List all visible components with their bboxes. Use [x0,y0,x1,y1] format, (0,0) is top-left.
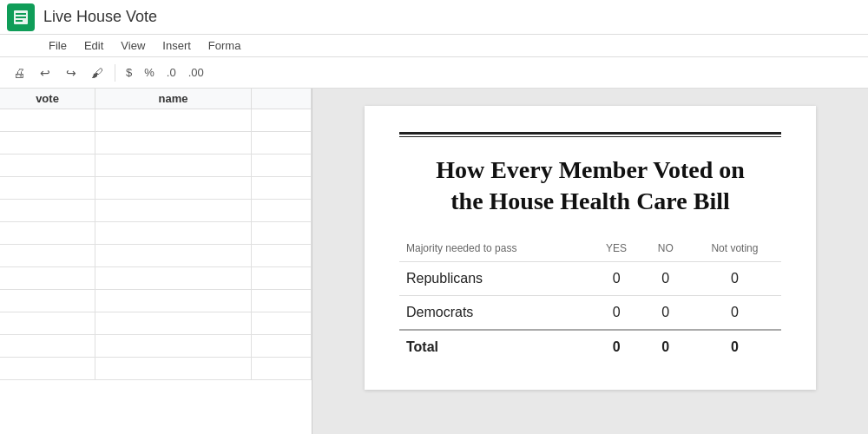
table-row [0,312,312,335]
article-top-border [399,132,781,137]
menu-file[interactable]: File [42,37,74,54]
democrats-yes: 0 [590,295,643,330]
menu-view[interactable]: View [114,37,152,54]
total-no: 0 [643,330,688,364]
table-row [0,245,312,267]
table-row [0,200,312,222]
democrats-no: 0 [643,295,688,330]
vote-table: Majority needed to pass YES NO Not votin… [399,239,781,364]
table-row [0,358,312,380]
preview-panel: How Every Member Voted on the House Heal… [312,89,868,434]
table-row [0,109,312,132]
majority-label: Majority needed to pass [399,239,590,262]
article-card: How Every Member Voted on the House Heal… [365,106,816,390]
table-row [0,290,312,312]
sheets-logo [7,3,35,31]
table-row [0,267,312,290]
republicans-not-voting: 0 [688,261,781,295]
total-yes: 0 [590,330,643,364]
republicans-no: 0 [643,261,688,295]
print-button[interactable]: 🖨 [7,61,31,85]
toolbar: 🖨 ↩ ↪ 🖌 $ % .0 .00 [0,57,868,89]
undo-button[interactable]: ↩ [33,61,57,85]
col-header-name: name [95,89,252,108]
table-row [0,132,312,155]
col-header-extra [252,89,312,108]
paint-format-button[interactable]: 🖌 [85,61,109,85]
toolbar-separator-1 [115,64,115,82]
not-voting-col-header: Not voting [688,239,781,262]
democrats-label: Democrats [399,295,590,330]
redo-button[interactable]: ↪ [59,61,83,85]
table-row [0,155,312,177]
doc-title: Live House Vote [43,8,157,26]
total-label: Total [399,330,590,364]
svg-rect-3 [16,20,23,22]
sheet-body [0,109,312,434]
republicans-row: Republicans 0 0 0 [399,261,781,295]
table-row [0,335,312,358]
article-title: How Every Member Voted on the House Heal… [399,155,781,218]
spreadsheet-panel: vote name [0,89,312,434]
decimal-more-button[interactable]: .00 [183,64,209,81]
menu-format[interactable]: Forma [201,37,248,54]
table-row [0,177,312,200]
menu-insert[interactable]: Insert [155,37,198,54]
republicans-label: Republicans [399,261,590,295]
svg-rect-2 [16,16,26,18]
main-area: vote name [0,89,868,434]
decimal-less-button[interactable]: .0 [161,64,181,81]
top-bar: Live House Vote [0,0,868,35]
svg-rect-1 [16,13,26,15]
no-col-header: NO [643,239,688,262]
menu-edit[interactable]: Edit [77,37,110,54]
total-not-voting: 0 [688,330,781,364]
sheet-header: vote name [0,89,312,109]
dollar-button[interactable]: $ [121,64,137,81]
democrats-row: Democrats 0 0 0 [399,295,781,330]
total-row: Total 0 0 0 [399,330,781,364]
percent-button[interactable]: % [139,64,160,81]
democrats-not-voting: 0 [688,295,781,330]
yes-col-header: YES [590,239,643,262]
menu-bar: File Edit View Insert Forma [0,35,868,57]
republicans-yes: 0 [590,261,643,295]
col-header-vote: vote [0,89,95,108]
table-row [0,222,312,245]
